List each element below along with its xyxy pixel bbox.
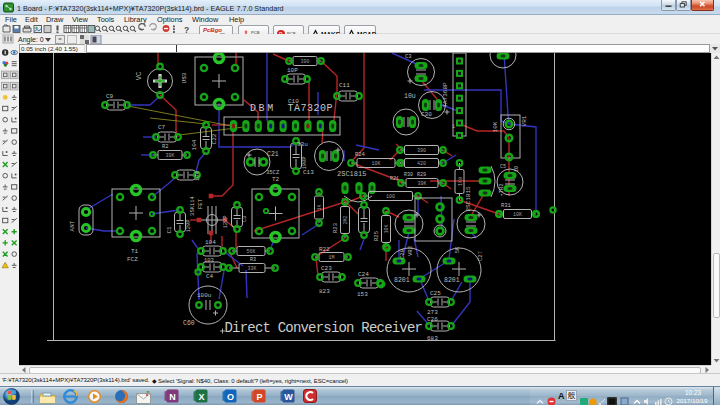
svg-text:56K: 56K: [246, 249, 255, 255]
svg-text:C22: C22: [211, 133, 218, 144]
svg-text:C30: C30: [421, 111, 432, 118]
svg-text:420: 420: [417, 161, 426, 167]
svg-text:5K: 5K: [454, 246, 461, 253]
svg-text:R31: R31: [501, 202, 512, 209]
svg-text:39K: 39K: [165, 153, 174, 159]
svg-text:ANT: ANT: [69, 220, 76, 231]
svg-text:10K: 10K: [513, 212, 522, 218]
svg-text:104: 104: [205, 239, 216, 246]
svg-text:+TR2: +TR2: [498, 183, 505, 196]
svg-text:1: 1: [452, 124, 455, 130]
svg-text:C26: C26: [427, 316, 438, 323]
svg-text:C3: C3: [241, 216, 248, 223]
svg-text:C13: C13: [303, 169, 314, 176]
svg-text:683: 683: [427, 335, 438, 342]
svg-text:120P: 120P: [222, 215, 229, 228]
svg-text:2SC1815: 2SC1815: [337, 170, 366, 178]
svg-text:100u: 100u: [197, 292, 212, 299]
svg-text:FCZ: FCZ: [127, 256, 138, 263]
svg-text:C5: C5: [500, 164, 506, 170]
svg-text:R3: R3: [250, 257, 256, 263]
svg-text:3SK114: 3SK114: [189, 195, 196, 216]
svg-text:100: 100: [386, 194, 395, 200]
svg-text:C9: C9: [106, 93, 114, 100]
svg-text:10P: 10P: [287, 67, 298, 74]
svg-text:2SC1815: 2SC1815: [465, 186, 472, 212]
svg-text:104: 104: [191, 139, 198, 150]
svg-text:R30: R30: [404, 172, 413, 178]
svg-text:104: 104: [194, 170, 201, 181]
svg-text:T2: T2: [272, 176, 280, 183]
svg-text:1K8: 1K8: [458, 177, 464, 186]
svg-text:120P: 120P: [185, 219, 192, 232]
svg-text:103: 103: [204, 257, 214, 264]
svg-text:FET: FET: [197, 198, 204, 209]
svg-text:33K: 33K: [247, 266, 256, 272]
svg-text:35CZ: 35CZ: [266, 169, 280, 176]
svg-text:R22: R22: [319, 246, 330, 253]
svg-text:O: O: [227, 392, 234, 402]
svg-text:1K: 1K: [317, 204, 323, 210]
svg-text:R2: R2: [162, 143, 169, 150]
svg-text:100P: 100P: [301, 156, 308, 169]
svg-text:10K: 10K: [492, 121, 499, 132]
svg-text:C11: C11: [339, 82, 350, 89]
svg-text:C24: C24: [358, 271, 369, 278]
svg-text:10K: 10K: [384, 224, 390, 233]
svg-text:P: P: [256, 392, 262, 402]
svg-text:8201: 8201: [444, 277, 460, 284]
svg-text:C27: C27: [477, 251, 484, 261]
svg-text:C7: C7: [158, 124, 166, 131]
svg-text:N: N: [169, 392, 176, 402]
svg-text:10K: 10K: [371, 161, 380, 167]
svg-text:390: 390: [300, 59, 309, 65]
svg-text:VR1: VR1: [521, 115, 528, 126]
svg-text:153: 153: [357, 291, 368, 298]
svg-text:TA7368P: TA7368P: [442, 82, 449, 108]
svg-text:10u: 10u: [404, 93, 416, 100]
svg-text:R29: R29: [417, 172, 426, 178]
svg-text:R21: R21: [390, 176, 399, 182]
svg-text:33u: 33u: [297, 141, 308, 148]
svg-text:Direct Conversion Receiver: Direct Conversion Receiver: [225, 320, 423, 336]
svg-text:W: W: [284, 392, 293, 402]
svg-text:R23: R23: [332, 223, 339, 233]
svg-text:C1: C1: [166, 226, 173, 234]
svg-text:1M: 1M: [328, 255, 334, 261]
svg-text:C28: C28: [399, 249, 406, 259]
svg-text:C25: C25: [430, 290, 441, 297]
svg-text:C23: C23: [321, 265, 332, 272]
svg-text:C21: C21: [267, 151, 279, 158]
svg-text:VC: VC: [135, 72, 143, 80]
svg-text:R24: R24: [355, 151, 366, 158]
svg-text:VR2: VR2: [407, 246, 414, 256]
svg-text:C4: C4: [206, 273, 214, 280]
svg-text:X: X: [198, 392, 204, 402]
svg-text:C3: C3: [405, 53, 412, 60]
svg-text:T1: T1: [131, 248, 139, 255]
svg-text:U$3: U$3: [181, 72, 188, 83]
svg-text:TA7320P: TA7320P: [288, 103, 334, 114]
svg-text:390: 390: [417, 148, 426, 154]
svg-text:823: 823: [319, 288, 330, 295]
svg-text:C60: C60: [183, 320, 195, 327]
svg-text:?: ?: [184, 25, 189, 35]
svg-text:273: 273: [427, 309, 438, 316]
svg-text:R25: R25: [373, 231, 380, 241]
svg-text:8201: 8201: [394, 277, 410, 284]
svg-text:DBM: DBM: [250, 103, 276, 114]
svg-text:39K: 39K: [417, 181, 426, 187]
svg-text:2M2: 2M2: [343, 215, 349, 224]
